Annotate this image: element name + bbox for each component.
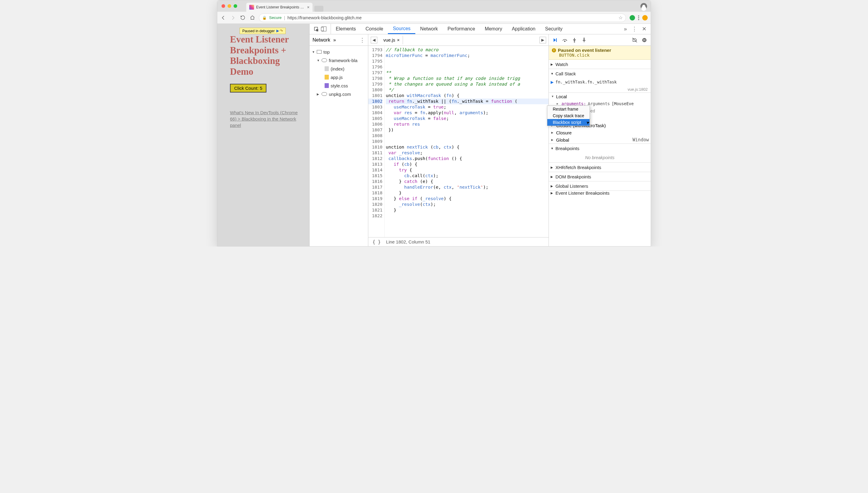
svg-point-3	[574, 41, 575, 42]
devtools-tab-elements[interactable]: Elements	[331, 24, 361, 34]
back-button[interactable]	[220, 15, 226, 21]
extensions	[630, 15, 648, 21]
code-content[interactable]: // fallback to macromicroTimerFunc = mac…	[385, 46, 548, 237]
maximize-window-button[interactable]	[234, 4, 237, 8]
devtools-close-icon[interactable]: ✕	[642, 26, 647, 32]
toolbar: 🔒 Secure | https://framework-blackboxing…	[217, 12, 651, 24]
editor-file-tab[interactable]: vue.js×	[381, 36, 403, 44]
close-window-button[interactable]	[221, 4, 225, 8]
scope-closure-2[interactable]: ▶Closure	[549, 129, 651, 136]
frame-source-link[interactable]: vue.js:1802	[628, 87, 648, 92]
js-file-icon	[325, 75, 329, 80]
tree-file-index[interactable]: (index)	[309, 64, 368, 73]
url-text: https://framework-blackboxing.glitch.me	[287, 15, 362, 20]
devtools: ElementsConsoleSourcesNetworkPerformance…	[309, 24, 651, 246]
more-icon[interactable]: »	[333, 37, 336, 43]
forward-button[interactable]	[230, 15, 236, 21]
step-icon[interactable]: ↷	[280, 29, 283, 33]
svg-point-4	[584, 38, 585, 39]
devtools-tab-application[interactable]: Application	[507, 24, 540, 34]
page-link[interactable]: What's New In DevTools (Chrome 66) > Bla…	[230, 109, 305, 128]
editor-nav-next-icon[interactable]: ▶	[540, 37, 546, 43]
overflow-menu-icon[interactable]	[638, 17, 639, 18]
info-icon: i	[552, 48, 556, 52]
devtools-tab-console[interactable]: Console	[361, 24, 388, 34]
cloud-icon	[322, 92, 327, 96]
bookmark-star-icon[interactable]: ☆	[619, 15, 623, 21]
extension-icon[interactable]	[630, 15, 635, 21]
ctx-copy-stack-trace[interactable]: Copy stack trace	[547, 112, 589, 119]
svg-rect-7	[645, 39, 645, 41]
tree-file-style[interactable]: style.css	[309, 81, 368, 90]
xhr-breakpoints-section[interactable]: ▶XHR/fetch Breakpoints	[549, 163, 651, 172]
address-bar[interactable]: 🔒 Secure | https://framework-blackboxing…	[259, 14, 626, 22]
devtools-tab-network[interactable]: Network	[415, 24, 443, 34]
global-listeners-section[interactable]: ▶Global Listeners	[549, 181, 651, 190]
navigator-tab[interactable]: Network	[312, 37, 330, 43]
file-icon	[325, 66, 329, 71]
reload-button[interactable]	[240, 15, 246, 21]
pause-exceptions-button[interactable]	[642, 37, 647, 43]
tree-origin[interactable]: ▼framework-bla	[309, 56, 368, 64]
callstack-section[interactable]: ▼Call Stack	[549, 69, 651, 78]
paused-in-debugger-chip: Paused in debugger ▶↷	[240, 28, 286, 34]
source-editor: ◀ vue.js× ▶ 1793179417951796179717981799…	[368, 34, 549, 246]
click-count-button[interactable]: Click Count: 5	[230, 84, 266, 92]
navigator-menu-icon[interactable]: ⋮	[360, 37, 365, 43]
devtools-tab-security[interactable]: Security	[540, 24, 567, 34]
resume-button[interactable]	[552, 37, 558, 43]
device-toggle-icon[interactable]	[322, 26, 326, 31]
breakpoints-section[interactable]: ▼Breakpoints	[549, 144, 651, 153]
pretty-print-icon[interactable]: { }	[372, 239, 381, 245]
deactivate-breakpoints-button[interactable]	[632, 37, 637, 43]
tree-root[interactable]: ▼top	[309, 48, 368, 56]
debugger-toolbar	[549, 34, 651, 46]
extension-alert-icon[interactable]	[642, 15, 648, 21]
browser-tab[interactable]: Event Listener Breakpoints + B ×	[246, 3, 312, 12]
sources-navigator: Network » ⋮ ▼top ▼framework-bla (index) …	[309, 34, 368, 246]
window-titlebar: Event Listener Breakpoints + B ×	[217, 0, 651, 12]
more-tabs-icon[interactable]: »	[624, 26, 627, 32]
inspect-element-icon[interactable]	[314, 26, 319, 31]
new-tab-button[interactable]	[314, 6, 323, 12]
step-out-button[interactable]	[581, 37, 587, 43]
editor-nav-prev-icon[interactable]: ◀	[371, 37, 377, 43]
pause-banner-detail: BUTTON.click	[552, 53, 648, 58]
css-file-icon	[325, 83, 329, 88]
devtools-tab-bar: ElementsConsoleSourcesNetworkPerformance…	[309, 24, 651, 34]
devtools-tab-sources[interactable]: Sources	[388, 24, 415, 34]
devtools-menu-icon[interactable]: ⋮	[632, 26, 637, 32]
step-over-button[interactable]	[562, 37, 567, 43]
lock-icon: 🔒	[262, 16, 267, 20]
tree-file-app[interactable]: app.js	[309, 73, 368, 81]
resume-icon[interactable]: ▶	[276, 29, 279, 33]
step-into-button[interactable]	[572, 37, 577, 43]
minimize-window-button[interactable]	[227, 4, 231, 8]
profile-avatar-button[interactable]	[641, 3, 647, 9]
ctx-blackbox-script[interactable]: Blackbox script	[547, 119, 589, 126]
ctx-restart-frame[interactable]: Restart frame	[547, 106, 589, 112]
tab-title: Event Listener Breakpoints + B	[256, 5, 305, 9]
svg-rect-1	[556, 38, 557, 42]
home-button[interactable]	[249, 15, 255, 21]
dom-breakpoints-section[interactable]: ▶DOM Breakpoints	[549, 172, 651, 181]
cursor-position: Line 1802, Column 51	[386, 239, 430, 244]
tab-close-icon[interactable]: ×	[307, 5, 309, 9]
line-gutter[interactable]: 1793179417951796179717981799180018011802…	[368, 46, 385, 237]
context-menu: Restart frame Copy stack trace Blackbox …	[547, 105, 590, 126]
current-frame-icon: ▶	[551, 80, 554, 84]
scope-global[interactable]: ▶GlobalWindow	[549, 136, 651, 144]
callstack-frame[interactable]: ▶ fn._withTask.fn._withTask	[549, 78, 651, 86]
debugger-pane: iPaused on event listener BUTTON.click ▶…	[549, 34, 651, 246]
event-listener-bp-section[interactable]: ▶Event Listener Breakpoints	[549, 191, 651, 195]
file-tree: ▼top ▼framework-bla (index) app.js style…	[309, 46, 368, 100]
separator: |	[284, 15, 285, 20]
watch-section[interactable]: ▶Watch	[549, 60, 651, 69]
svg-point-2	[564, 41, 565, 42]
devtools-tab-memory[interactable]: Memory	[480, 24, 507, 34]
close-icon[interactable]: ×	[397, 37, 400, 42]
svg-rect-6	[644, 39, 644, 41]
scope-local[interactable]: ▼Local	[549, 93, 651, 100]
devtools-tab-performance[interactable]: Performance	[443, 24, 480, 34]
tree-origin-ext[interactable]: ▶unpkg.com	[309, 90, 368, 98]
